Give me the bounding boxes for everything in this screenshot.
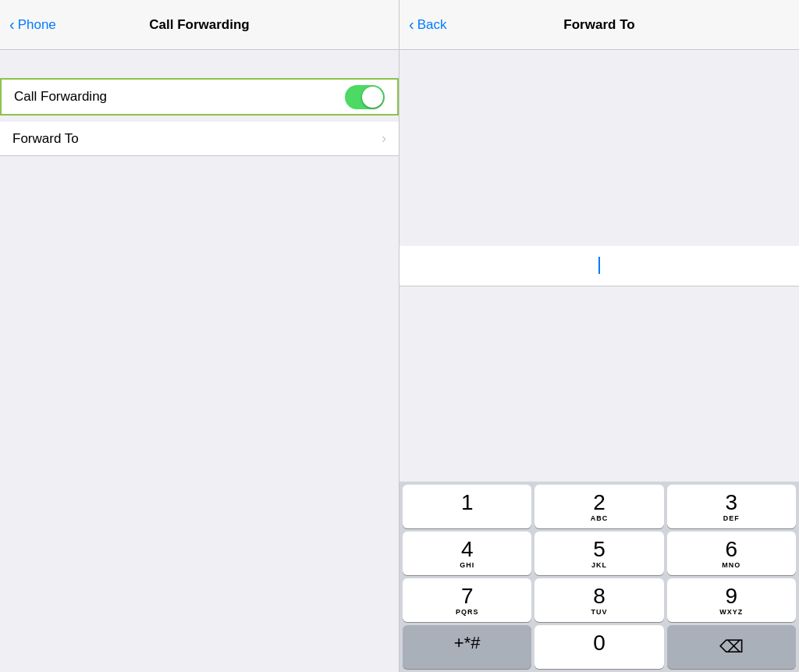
key-6-main: 6	[726, 539, 738, 560]
section-gap-top	[0, 50, 399, 78]
key-0[interactable]: 0	[534, 625, 663, 669]
right-back-chevron-icon: ‹	[409, 16, 414, 32]
keypad-spacer	[400, 286, 799, 482]
back-chevron-icon: ‹	[9, 16, 15, 32]
right-nav-bar: ‹ Back Forward To	[400, 0, 799, 50]
key-7[interactable]: 7 PQRS	[403, 578, 531, 622]
key-symbols[interactable]: +*#	[403, 625, 531, 669]
key-1-main: 1	[461, 492, 474, 514]
key-2-main: 2	[593, 492, 605, 514]
key-2-sub: ABC	[591, 514, 609, 522]
forward-to-row[interactable]: Forward To ›	[0, 122, 399, 156]
key-2[interactable]: 2 ABC	[534, 485, 663, 528]
left-panel: ‹ Phone Call Forwarding Call Forwarding …	[0, 0, 400, 672]
right-nav-title: Forward To	[563, 17, 634, 33]
key-3-sub: DEF	[723, 514, 740, 522]
left-nav-bar: ‹ Phone Call Forwarding	[0, 0, 399, 50]
toggle-knob	[362, 87, 383, 108]
key-9-main: 9	[726, 585, 738, 607]
call-forwarding-label: Call Forwarding	[14, 89, 107, 105]
key-5[interactable]: 5 JKL	[534, 532, 663, 575]
key-6-sub: MNO	[722, 561, 740, 569]
key-8-main: 8	[593, 585, 605, 607]
text-cursor	[598, 257, 600, 274]
key-8-sub: TUV	[591, 608, 607, 616]
key-7-sub: PQRS	[456, 608, 479, 616]
section-gap-middle	[0, 116, 399, 122]
key-0-main: 0	[593, 632, 605, 654]
key-4[interactable]: 4 GHI	[403, 532, 531, 575]
key-4-sub: GHI	[460, 561, 474, 569]
call-forwarding-row[interactable]: Call Forwarding	[2, 80, 397, 114]
left-empty-area	[0, 156, 399, 672]
right-content-area: 1 2 ABC 3 DEF 4 GHI 5 JKL	[400, 50, 799, 672]
key-9[interactable]: 9 WXYZ	[667, 578, 796, 622]
key-symbols-main: +*#	[454, 635, 481, 652]
keypad: 1 2 ABC 3 DEF 4 GHI 5 JKL	[400, 482, 799, 672]
right-panel: ‹ Back Forward To 1 2 ABC	[400, 0, 799, 672]
key-3-main: 3	[726, 492, 738, 514]
key-delete[interactable]: ⌫	[667, 625, 796, 669]
left-nav-title: Call Forwarding	[149, 17, 249, 33]
keypad-grid: 1 2 ABC 3 DEF 4 GHI 5 JKL	[403, 485, 796, 669]
forward-to-label: Forward To	[12, 131, 79, 147]
back-to-call-forwarding-button[interactable]: ‹ Back	[409, 17, 446, 33]
key-9-sub: WXYZ	[719, 608, 743, 616]
key-3[interactable]: 3 DEF	[667, 485, 796, 528]
key-4-main: 4	[461, 539, 474, 560]
call-forwarding-highlighted-wrapper: Call Forwarding	[0, 78, 399, 116]
key-1[interactable]: 1	[403, 485, 531, 528]
right-back-label: Back	[417, 17, 447, 33]
right-top-empty	[400, 50, 799, 246]
key-7-main: 7	[461, 585, 474, 607]
forward-to-chevron-icon: ›	[382, 130, 386, 147]
key-6[interactable]: 6 MNO	[667, 532, 796, 575]
call-forwarding-toggle[interactable]	[345, 85, 385, 109]
back-label: Phone	[18, 17, 56, 33]
key-5-sub: JKL	[591, 561, 607, 569]
key-5-main: 5	[593, 539, 605, 560]
back-to-phone-button[interactable]: ‹ Phone	[9, 17, 56, 33]
delete-icon: ⌫	[719, 637, 744, 657]
phone-number-input[interactable]	[400, 246, 799, 286]
key-8[interactable]: 8 TUV	[534, 578, 663, 622]
